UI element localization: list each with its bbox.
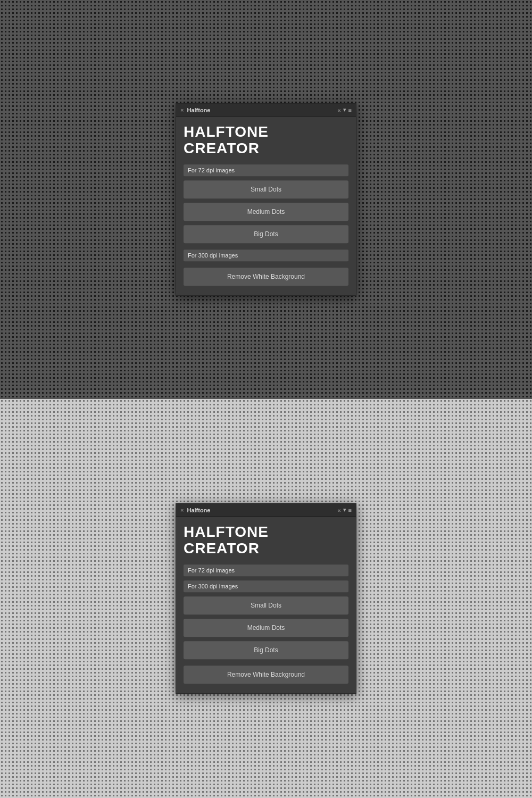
panel-logo-top: HALFTONE CREATOR — [184, 124, 348, 157]
titlebar-left-bottom: × Halftone — [180, 507, 210, 513]
titlebar-top: × Halftone « ▾ ≡ — [176, 104, 356, 117]
remove-white-bg-btn-top[interactable]: Remove White Background — [184, 268, 348, 286]
titlebar-bottom: × Halftone « ▾ ≡ — [176, 504, 356, 517]
medium-dots-btn-bottom[interactable]: Medium Dots — [184, 619, 348, 637]
small-dots-btn-bottom[interactable]: Small Dots — [184, 596, 348, 614]
medium-dots-btn-top[interactable]: Medium Dots — [184, 203, 348, 221]
panel-bottom: × Halftone « ▾ ≡ HALFTONE CREATOR For 72… — [176, 503, 356, 694]
section-label-72dpi-bottom: For 72 dpi images — [184, 564, 348, 576]
panel-body-bottom: HALFTONE CREATOR For 72 dpi images For 3… — [176, 517, 356, 693]
titlebar-right-top: « ▾ ≡ — [337, 106, 352, 113]
panel-logo-bottom: HALFTONE CREATOR — [184, 524, 348, 557]
titlebar-right-bottom: « ▾ ≡ — [337, 506, 352, 513]
menu-icon-bottom[interactable]: ≡ — [348, 507, 352, 513]
menu-icon-top[interactable]: ≡ — [348, 107, 352, 113]
big-dots-btn-bottom[interactable]: Big Dots — [184, 641, 348, 659]
big-dots-btn-top[interactable]: Big Dots — [184, 225, 348, 243]
top-half: × Halftone « ▾ ≡ HALFTONE CREATOR For 72… — [0, 0, 532, 399]
panel-top: × Halftone « ▾ ≡ HALFTONE CREATOR For 72… — [176, 103, 356, 296]
close-icon-bottom[interactable]: × — [180, 507, 184, 513]
panel-title-bottom: Halftone — [187, 507, 210, 513]
section-label-300dpi-top: For 300 dpi images — [184, 250, 348, 261]
section-label-72dpi-top: For 72 dpi images — [184, 164, 348, 176]
bottom-half: × Halftone « ▾ ≡ HALFTONE CREATOR For 72… — [0, 399, 532, 798]
collapse-icon-bottom[interactable]: ▾ — [343, 506, 346, 513]
remove-white-bg-btn-bottom[interactable]: Remove White Background — [184, 666, 348, 684]
titlebar-left-top: × Halftone — [180, 107, 210, 113]
arrows-icon-bottom: « — [337, 507, 340, 513]
small-dots-btn-top[interactable]: Small Dots — [184, 180, 348, 198]
close-icon-top[interactable]: × — [180, 107, 184, 113]
panel-title-top: Halftone — [187, 107, 210, 113]
collapse-icon-top[interactable]: ▾ — [343, 106, 346, 113]
panel-body-top: HALFTONE CREATOR For 72 dpi images Small… — [176, 117, 356, 295]
arrows-icon-top: « — [337, 107, 340, 113]
section-label-300dpi-bottom: For 300 dpi images — [184, 580, 348, 592]
